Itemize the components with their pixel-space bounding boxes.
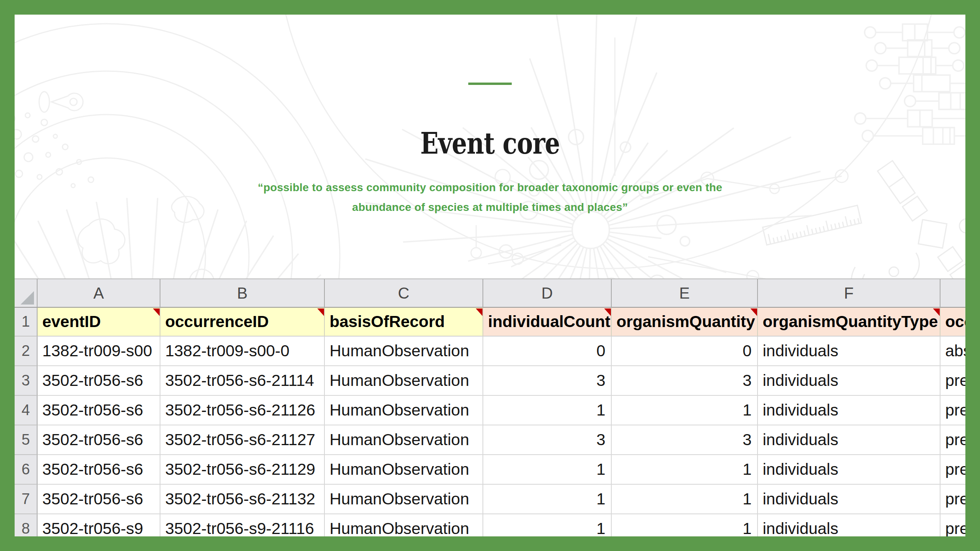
column-letter-C: C [325, 279, 483, 308]
field-header-organismQuantity: organismQuantity [612, 308, 758, 337]
field-header-individualCount: individualCount [483, 308, 612, 337]
select-all-corner [15, 279, 38, 308]
row-number-8: 8 [15, 514, 38, 544]
spreadsheet-screenshot: ABCDEF1eventIDoccurrenceIDbasisOfRecordi… [15, 278, 980, 544]
slide-quote-line1: “possible to assess community compositio… [0, 178, 980, 197]
column-letter-E: E [612, 279, 758, 308]
cell-A2: 1382-tr009-s00 [38, 337, 160, 366]
row-number-1: 1 [15, 308, 38, 337]
comment-indicator-icon [750, 308, 757, 316]
cell-B5: 3502-tr056-s6-21127 [160, 425, 325, 455]
cell-G4: prese [940, 396, 980, 425]
cell-F5: individuals [758, 425, 940, 455]
row-number-2: 2 [15, 337, 38, 366]
cell-D3: 3 [483, 366, 612, 396]
column-letter-F: F [758, 279, 940, 308]
cell-G3: prese [940, 366, 980, 396]
field-header-occu: occu [940, 308, 980, 337]
field-header-eventID: eventID [38, 308, 160, 337]
column-letter-partial [940, 279, 980, 308]
cell-F6: individuals [758, 455, 940, 485]
column-letter-A: A [38, 279, 160, 308]
cell-A6: 3502-tr056-s6 [38, 455, 160, 485]
cell-F2: individuals [758, 337, 940, 366]
slide: Event core “possible to assess community… [0, 0, 980, 551]
cell-C4: HumanObservation [325, 396, 483, 425]
cell-F7: individuals [758, 485, 940, 514]
cell-A3: 3502-tr056-s6 [38, 366, 160, 396]
cell-C2: HumanObservation [325, 337, 483, 366]
cell-B3: 3502-tr056-s6-21114 [160, 366, 325, 396]
cell-D5: 3 [483, 425, 612, 455]
cell-C5: HumanObservation [325, 425, 483, 455]
comment-indicator-icon [476, 308, 482, 316]
cell-C3: HumanObservation [325, 366, 483, 396]
cell-A7: 3502-tr056-s6 [38, 485, 160, 514]
cell-F8: individuals [758, 514, 940, 544]
cell-E2: 0 [612, 337, 758, 366]
cell-A5: 3502-tr056-s6 [38, 425, 160, 455]
cell-B6: 3502-tr056-s6-21129 [160, 455, 325, 485]
cell-D4: 1 [483, 396, 612, 425]
comment-indicator-icon [153, 308, 160, 316]
cell-G6: prese [940, 455, 980, 485]
cell-E3: 3 [612, 366, 758, 396]
cell-B4: 3502-tr056-s6-21126 [160, 396, 325, 425]
cell-G7: prese [940, 485, 980, 514]
cell-B2: 1382-tr009-s00-0 [160, 337, 325, 366]
comment-indicator-icon [604, 308, 611, 316]
row-number-5: 5 [15, 425, 38, 455]
row-number-3: 3 [15, 366, 38, 396]
row-number-6: 6 [15, 455, 38, 485]
select-all-triangle-icon [21, 291, 34, 305]
cell-E5: 3 [612, 425, 758, 455]
cell-B7: 3502-tr056-s6-21132 [160, 485, 325, 514]
cell-G5: prese [940, 425, 980, 455]
comment-indicator-icon [317, 308, 324, 316]
cell-E8: 1 [612, 514, 758, 544]
field-header-occurrenceID: occurrenceID [160, 308, 325, 337]
column-letter-B: B [160, 279, 325, 308]
cell-D7: 1 [483, 485, 612, 514]
cell-F4: individuals [758, 396, 940, 425]
cell-A8: 3502-tr056-s9 [38, 514, 160, 544]
slide-quote: “possible to assess community compositio… [0, 178, 980, 217]
row-number-7: 7 [15, 485, 38, 514]
cell-E7: 1 [612, 485, 758, 514]
cell-G8: prese [940, 514, 980, 544]
cell-D2: 0 [483, 337, 612, 366]
cell-A4: 3502-tr056-s6 [38, 396, 160, 425]
row-number-4: 4 [15, 396, 38, 425]
column-letter-D: D [483, 279, 612, 308]
cell-E6: 1 [612, 455, 758, 485]
cell-F3: individuals [758, 366, 940, 396]
accent-line [468, 83, 512, 85]
cell-C8: HumanObservation [325, 514, 483, 544]
cell-D6: 1 [483, 455, 612, 485]
comment-indicator-icon [933, 308, 940, 316]
cell-G2: abse [940, 337, 980, 366]
slide-title: Event core [88, 126, 892, 160]
cell-C7: HumanObservation [325, 485, 483, 514]
cell-C6: HumanObservation [325, 455, 483, 485]
cell-B8: 3502-tr056-s9-21116 [160, 514, 325, 544]
field-header-organismQuantityType: organismQuantityType [758, 308, 940, 337]
field-header-basisOfRecord: basisOfRecord [325, 308, 483, 337]
cell-E4: 1 [612, 396, 758, 425]
cell-D8: 1 [483, 514, 612, 544]
slide-quote-line2: abundance of species at multiple times a… [0, 197, 980, 217]
